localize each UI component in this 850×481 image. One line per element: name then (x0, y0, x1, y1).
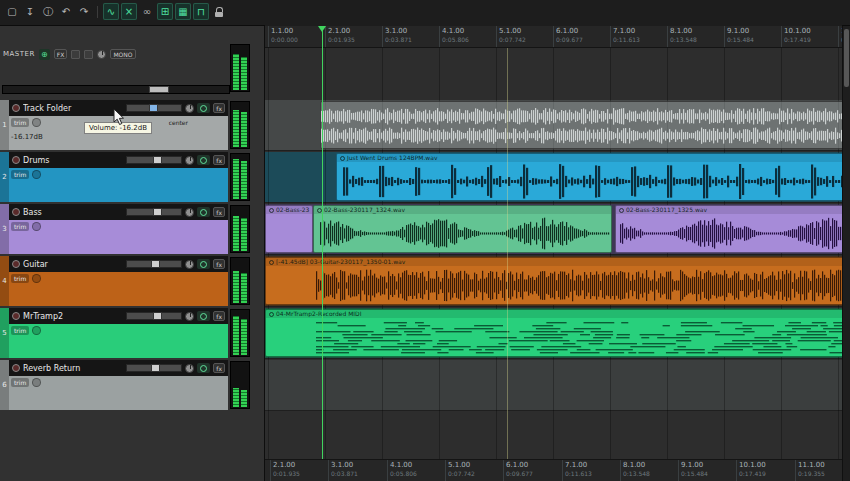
record-arm-button[interactable] (12, 208, 20, 216)
envelope-mode-icon[interactable]: ∿ (103, 3, 119, 20)
fx-button[interactable]: fx (213, 103, 225, 113)
undo-icon[interactable]: ↶ (58, 3, 74, 20)
volume-fader-handle[interactable] (151, 260, 160, 268)
item-loop-icon (619, 208, 624, 213)
volume-fader-handle[interactable] (151, 364, 160, 372)
item-grouping-icon[interactable]: ∞ (139, 3, 155, 20)
media-item[interactable] (320, 101, 842, 149)
master-mono-button[interactable]: MONO (110, 49, 135, 59)
media-item[interactable]: Just Went Drums 124BPM.wav (336, 153, 842, 201)
route-button[interactable] (197, 259, 210, 269)
track-name[interactable]: Track Folder (23, 104, 123, 113)
master-volume-fader[interactable] (2, 85, 230, 94)
volume-fader[interactable] (126, 260, 182, 268)
track-name[interactable]: Guitar (23, 260, 123, 269)
snap-toggle-icon[interactable]: ⊞ (157, 3, 173, 20)
record-arm-button[interactable] (12, 260, 20, 268)
record-arm-button[interactable] (12, 104, 20, 112)
volume-fader-handle[interactable] (153, 156, 162, 164)
vertical-scrollbar[interactable] (842, 26, 850, 481)
auto-crossfade-icon[interactable]: × (121, 3, 137, 20)
master-fx-button[interactable]: FX (54, 49, 68, 59)
volume-fader[interactable] (126, 104, 182, 112)
track-menu-button[interactable] (32, 378, 41, 387)
route-button[interactable] (197, 363, 210, 373)
route-button[interactable] (197, 103, 210, 113)
bottom-timeline-ruler[interactable]: 2.1.000:01.9353.1.000:03.8714.1.000:05.8… (265, 459, 842, 481)
master-io-button[interactable] (84, 50, 93, 59)
route-button[interactable] (197, 155, 210, 165)
volume-fader-handle[interactable] (149, 104, 158, 112)
media-item[interactable]: 02-Bass-230117_1324.wav (313, 205, 612, 253)
route-button[interactable] (197, 207, 210, 217)
fx-button[interactable]: fx (213, 311, 225, 321)
item-loop-icon (340, 156, 345, 161)
track-menu-button[interactable] (32, 118, 41, 127)
track-name[interactable]: Drums (23, 156, 123, 165)
play-cursor-marker-icon[interactable] (318, 26, 326, 32)
pan-knob[interactable] (185, 260, 194, 269)
media-item[interactable]: 04-MrTramp2-Recorded MIDI (265, 309, 842, 357)
media-item[interactable]: 02-Bass-23 (265, 205, 313, 253)
envelope-button[interactable]: trim (11, 274, 29, 283)
track-name[interactable]: Bass (23, 208, 123, 217)
project-settings-icon[interactable]: ⓘ (40, 3, 56, 20)
volume-fader[interactable] (126, 208, 182, 216)
track-menu-button[interactable] (32, 326, 41, 335)
volume-fader-handle[interactable] (153, 208, 162, 216)
ruler-tick (553, 26, 554, 47)
envelope-button[interactable]: trim (11, 118, 29, 127)
pan-knob[interactable] (185, 208, 194, 217)
volume-fader-handle[interactable] (153, 312, 162, 320)
track-meter (230, 205, 250, 253)
pan-readout: center (169, 119, 188, 126)
envelope-button[interactable]: trim (11, 222, 29, 231)
track-menu-button[interactable] (32, 170, 41, 179)
waveform (314, 215, 611, 252)
route-button[interactable] (197, 311, 210, 321)
volume-fader[interactable] (126, 312, 182, 320)
volume-fader[interactable] (126, 364, 182, 372)
ripple-edit-icon[interactable]: ⊓ (193, 3, 209, 20)
timeline-ruler[interactable]: 1.1.000:00.0002.1.000:01.9353.1.000:03.8… (265, 26, 842, 48)
panel-arrange-divider[interactable] (264, 26, 265, 481)
new-project-icon[interactable]: ▢ (4, 3, 20, 20)
record-arm-button[interactable] (12, 364, 20, 372)
redo-icon[interactable]: ↷ (76, 3, 92, 20)
pan-knob[interactable] (185, 312, 194, 321)
track-menu-button[interactable] (32, 222, 41, 231)
master-fader-handle[interactable] (149, 86, 169, 93)
fx-button[interactable]: fx (213, 259, 225, 269)
pan-knob[interactable] (185, 104, 194, 113)
pan-knob[interactable] (185, 156, 194, 165)
ruler-bar-label: 3.1.00 (385, 27, 407, 35)
track-name[interactable]: Reverb Return (23, 364, 123, 373)
grid-lines-icon[interactable]: ▦ (175, 3, 191, 20)
media-item[interactable]: 02-Bass-230117_1325.wav (615, 205, 842, 253)
volume-fader[interactable] (126, 156, 182, 164)
media-item[interactable]: [-41.45dB] 03-Guitar-230117_1350-01.wav (265, 257, 842, 305)
pan-knob[interactable] (185, 364, 194, 373)
envelope-button[interactable]: trim (11, 326, 29, 335)
fx-enabled-led-icon[interactable]: ⊕ (39, 49, 50, 60)
arrange-lanes[interactable]: Just Went Drums 124BPM.wav02-Bass-2302-B… (265, 48, 842, 459)
locking-icon[interactable] (211, 3, 227, 20)
fx-button[interactable]: fx (213, 155, 225, 165)
track-menu-button[interactable] (32, 274, 41, 283)
master-pan-knob[interactable] (97, 50, 106, 59)
ruler-tick (270, 460, 271, 481)
master-env-button[interactable] (71, 50, 80, 59)
record-arm-button[interactable] (12, 312, 20, 320)
fx-button[interactable]: fx (213, 363, 225, 373)
track-name[interactable]: MrTramp2 (23, 312, 123, 321)
track-panel-mrtramp2: 5MrTramp2fxtrim (0, 308, 228, 358)
fx-button[interactable]: fx (213, 207, 225, 217)
record-arm-button[interactable] (12, 156, 20, 164)
ruler-bar-label: 2.1.00 (328, 27, 350, 35)
envelope-button[interactable]: trim (11, 170, 29, 179)
ruler-time-label: 0:17.419 (739, 470, 766, 477)
save-project-icon[interactable]: ↧ (22, 3, 38, 20)
envelope-button[interactable]: trim (11, 378, 29, 387)
vertical-scrollbar-thumb[interactable] (844, 29, 849, 87)
master-label[interactable]: MASTER (3, 50, 35, 58)
